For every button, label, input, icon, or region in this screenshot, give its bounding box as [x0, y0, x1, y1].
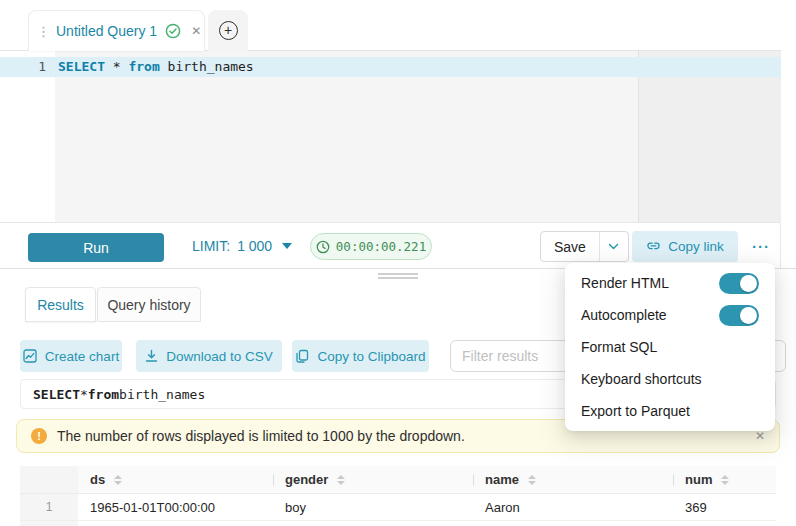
more-actions-button[interactable]: ··· [748, 231, 774, 262]
row-index-cell: 1 [20, 494, 78, 520]
create-chart-label: Create chart [45, 349, 119, 364]
save-button[interactable]: Save [541, 232, 599, 261]
copy-icon [295, 349, 309, 363]
menu-item-autocomplete[interactable]: Autocomplete [565, 299, 775, 331]
query-tab-title[interactable]: Untitled Query 1 [56, 23, 157, 39]
sql-lab-screen: ⋮ Untitled Query 1 ✕ + 1 SELECT * from b… [0, 0, 796, 526]
warning-icon: ! [31, 428, 47, 444]
sort-icon[interactable] [721, 475, 729, 485]
sort-icon[interactable] [528, 475, 536, 485]
clock-icon [316, 240, 330, 254]
autocomplete-toggle[interactable] [719, 305, 759, 326]
column-divider [273, 474, 274, 486]
sort-icon[interactable] [114, 475, 122, 485]
caret-down-icon [282, 243, 292, 249]
query-saved-check-icon [165, 23, 181, 39]
save-split-button[interactable]: Save [540, 231, 629, 262]
tab-drag-handle-icon[interactable]: ⋮ [37, 25, 50, 38]
tab-query-history[interactable]: Query history [97, 287, 201, 322]
query-tab[interactable]: ⋮ Untitled Query 1 ✕ [28, 10, 205, 51]
limit-label: LIMIT: [192, 238, 230, 254]
menu-item-label: Export to Parquet [581, 403, 690, 419]
sql-star: * [113, 59, 121, 74]
toggle-knob [740, 307, 757, 324]
tab-close-icon[interactable]: ✕ [191, 24, 201, 38]
menu-item-label: Autocomplete [581, 307, 667, 323]
tab-results[interactable]: Results [25, 287, 96, 322]
limit-dropdown[interactable]: LIMIT: 1 000 [192, 223, 292, 269]
preview-keyword: SELECT [33, 387, 80, 402]
add-tab-button[interactable]: + [208, 10, 248, 51]
table-header-row: ds gender name num [20, 466, 776, 494]
menu-item-label: Keyboard shortcuts [581, 371, 702, 387]
sql-code-line[interactable]: SELECT * from birth_names [58, 57, 254, 77]
sql-keyword: from [128, 59, 159, 74]
sort-icon[interactable] [337, 475, 345, 485]
copy-link-button[interactable]: Copy link [632, 231, 738, 262]
copy-clipboard-button[interactable]: Copy to Clipboard [292, 340, 429, 372]
more-actions-menu: Render HTML Autocomplete Format SQL Keyb… [565, 263, 775, 431]
sql-keyword: SELECT [58, 59, 105, 74]
cell-ds: 1965-01-01T00:00:00 [78, 494, 273, 520]
column-header-num[interactable]: num [673, 466, 776, 493]
pane-resize-handle[interactable] [378, 273, 418, 281]
menu-item-render-html[interactable]: Render HTML [565, 267, 775, 299]
alert-text: The number of rows displayed is limited … [57, 428, 465, 444]
run-button[interactable]: Run [28, 233, 164, 262]
sql-table-name: birth_names [168, 59, 254, 74]
render-html-toggle[interactable] [719, 273, 759, 294]
alert-close-icon[interactable]: ✕ [755, 429, 765, 443]
column-header-ds[interactable]: ds [78, 466, 273, 493]
menu-item-format-sql[interactable]: Format SQL [565, 331, 775, 363]
row-index-cell [20, 521, 78, 526]
preview-keyword: from [88, 387, 119, 402]
column-header-gender[interactable]: gender [273, 466, 473, 493]
timer-value: 00:00:00.221 [336, 239, 426, 254]
column-divider [473, 474, 474, 486]
copy-clipboard-label: Copy to Clipboard [317, 349, 425, 364]
table-row-partial [20, 521, 776, 526]
cell-num: 369 [673, 494, 776, 520]
column-label: gender [285, 472, 328, 487]
column-label: ds [90, 472, 105, 487]
limit-value: 1 000 [237, 238, 272, 254]
cell-gender: boy [273, 494, 473, 520]
table-row[interactable]: 1 1965-01-01T00:00:00 boy Aaron 369 [20, 494, 776, 521]
results-table: ds gender name num 1 1965-01-01T00:00:00 [20, 466, 776, 526]
copy-link-label: Copy link [668, 239, 724, 254]
column-label: num [685, 472, 712, 487]
menu-item-label: Format SQL [581, 339, 657, 355]
download-csv-button[interactable]: Download to CSV [136, 340, 282, 372]
column-divider [673, 474, 674, 486]
editor-toolbar: Run LIMIT: 1 000 00:00:00.221 Save [0, 222, 781, 268]
column-header-name[interactable]: name [473, 466, 673, 493]
cell-name: Aaron [473, 494, 673, 520]
link-icon [646, 239, 661, 254]
row-index-header [20, 466, 78, 493]
query-timer-badge: 00:00:00.221 [310, 233, 432, 260]
preview-table-name: birth_names [119, 387, 205, 402]
column-label: name [485, 472, 519, 487]
chevron-down-icon [608, 243, 619, 250]
download-csv-label: Download to CSV [166, 349, 273, 364]
toggle-knob [740, 275, 757, 292]
download-icon [145, 349, 158, 363]
menu-item-keyboard-shortcuts[interactable]: Keyboard shortcuts [565, 363, 775, 395]
chart-icon [23, 349, 37, 363]
preview-star: * [80, 387, 88, 402]
menu-item-label: Render HTML [581, 275, 669, 291]
sql-editor[interactable]: 1 SELECT * from birth_names [0, 51, 781, 222]
plus-circle-icon: + [219, 21, 238, 40]
line-number: 1 [0, 57, 46, 77]
save-dropdown-button[interactable] [599, 232, 628, 261]
menu-item-export-parquet[interactable]: Export to Parquet [565, 395, 775, 427]
create-chart-button[interactable]: Create chart [20, 340, 122, 372]
